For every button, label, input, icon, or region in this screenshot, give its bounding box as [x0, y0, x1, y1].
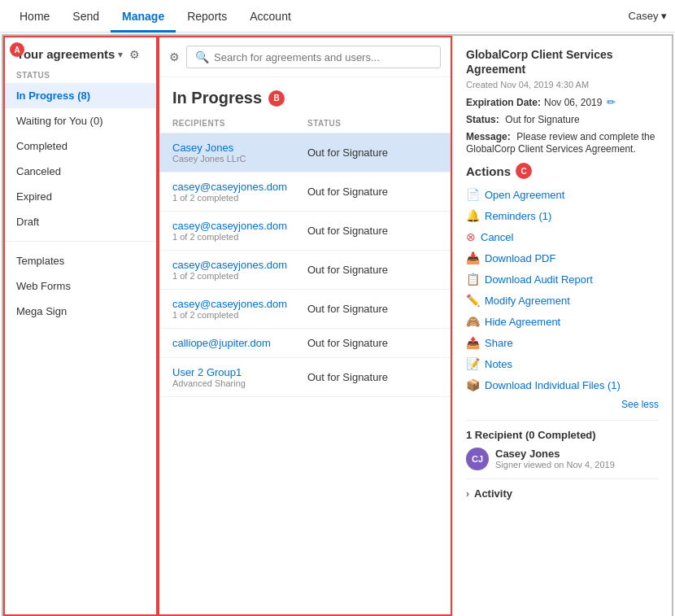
row-sub: Casey Jones LLrC: [172, 154, 307, 164]
row-status: Out for Signature: [307, 303, 438, 315]
row-name: User 2 Group1: [172, 366, 307, 378]
list-row[interactable]: casey@caseyjones.dom 1 of 2 completed Ou…: [159, 251, 451, 290]
created-date: Created Nov 04, 2019 4:30 AM: [466, 80, 659, 90]
action-share[interactable]: 📤 Share: [466, 332, 659, 353]
recipients-section: 1 Recipient (0 Completed) CJ Casey Jones…: [466, 420, 659, 470]
row-status: Out for Signature: [307, 225, 438, 237]
download-audit-icon: 📋: [466, 273, 480, 286]
activity-label: Activity: [474, 487, 512, 500]
row-sub: 1 of 2 completed: [172, 310, 307, 320]
cancel-icon: ⊗: [466, 230, 476, 243]
sidebar-item-canceled[interactable]: Canceled: [5, 159, 156, 184]
row-status: Out for Signature: [307, 337, 438, 349]
recipients-header: 1 Recipient (0 Completed): [466, 429, 659, 441]
row-status: Out for Signature: [307, 371, 438, 383]
status-label: Status:: [466, 114, 499, 125]
nav-manage[interactable]: Manage: [111, 0, 176, 33]
activity-row[interactable]: › Activity: [466, 478, 659, 500]
sidebar-item-completed[interactable]: Completed: [5, 133, 156, 159]
recipient-avatar: CJ: [466, 448, 489, 470]
nav-home[interactable]: Home: [8, 0, 61, 33]
chevron-right-icon: ›: [466, 488, 469, 500]
row-sub: 1 of 2 completed: [172, 271, 307, 281]
action-open[interactable]: 📄 Open Agreement: [466, 184, 659, 205]
sidebar-item-in-progress[interactable]: In Progress (8): [5, 83, 156, 108]
row-sub: 1 of 2 completed: [172, 193, 307, 203]
col-recipients-header: RECIPIENTS: [172, 119, 307, 128]
action-download-audit[interactable]: 📋 Download Audit Report: [466, 269, 659, 290]
download-files-icon: 📦: [466, 378, 480, 391]
badge-a: A: [10, 42, 24, 57]
share-icon: 📤: [466, 336, 480, 349]
sidebar-item-draft[interactable]: Draft: [5, 209, 156, 234]
action-reminders[interactable]: 🔔 Reminders (1): [466, 205, 659, 226]
sidebar-item-templates[interactable]: Templates: [5, 248, 156, 273]
reminders-icon: 🔔: [466, 209, 480, 222]
see-less-link[interactable]: See less: [466, 399, 659, 410]
row-name: casey@caseyjones.dom: [172, 181, 307, 193]
download-pdf-icon: 📥: [466, 251, 480, 264]
list-row[interactable]: casey@caseyjones.dom 1 of 2 completed Ou…: [159, 173, 451, 212]
sidebar-item-mega-sign[interactable]: Mega Sign: [5, 299, 156, 324]
row-sub: 1 of 2 completed: [172, 232, 307, 242]
row-name: calliope@jupiter.dom: [172, 337, 307, 349]
action-download-pdf[interactable]: 📥 Download PDF: [466, 247, 659, 269]
status-value: Out for Signature: [505, 114, 579, 125]
sidebar: Your agreements ▾ ⚙ A STATUS In Progress…: [3, 36, 158, 616]
nav-reports[interactable]: Reports: [176, 0, 238, 33]
right-panel: GlobalCorp Client Services Agreement Cre…: [452, 36, 672, 616]
list-row[interactable]: calliope@jupiter.dom Out for Signature: [159, 329, 451, 358]
filter-icon[interactable]: ⚙: [169, 50, 180, 63]
list-row[interactable]: casey@caseyjones.dom 1 of 2 completed Ou…: [159, 290, 451, 329]
recipient-sub: Signer viewed on Nov 4, 2019: [495, 460, 615, 470]
row-sub: Advanced Sharing: [172, 378, 307, 388]
user-menu[interactable]: Casey ▾: [629, 10, 667, 22]
open-agreement-icon: 📄: [466, 188, 480, 201]
row-status: Out for Signature: [307, 186, 438, 198]
list-title: In Progress: [172, 89, 262, 107]
expiration-label: Expiration Date:: [466, 97, 541, 108]
list-row[interactable]: User 2 Group1 Advanced Sharing Out for S…: [159, 358, 451, 397]
modify-icon: ✏️: [466, 294, 480, 307]
row-name: casey@caseyjones.dom: [172, 298, 307, 310]
action-modify[interactable]: ✏️ Modify Agreement: [466, 290, 659, 311]
middle-panel: ⚙ 🔍 In Progress B RECIPIENTS STATUS Case…: [158, 36, 452, 616]
list-row[interactable]: Casey Jones Casey Jones LLrC Out for Sig…: [159, 133, 451, 173]
notes-icon: 📝: [466, 357, 480, 370]
filter-icon[interactable]: ⚙: [129, 48, 140, 61]
edit-icon[interactable]: ✏: [607, 96, 616, 108]
sidebar-item-expired[interactable]: Expired: [5, 184, 156, 209]
status-section-label: STATUS: [5, 68, 156, 83]
message-label: Message:: [466, 131, 511, 142]
chevron-down-icon[interactable]: ▾: [118, 49, 123, 60]
agreement-title: GlobalCorp Client Services Agreement: [466, 47, 659, 76]
actions-header: Actions: [466, 164, 511, 178]
recipient-name: Casey Jones: [495, 448, 615, 460]
row-name: Casey Jones: [172, 142, 307, 154]
col-status-header: STATUS: [307, 119, 438, 128]
badge-b: B: [268, 90, 285, 107]
row-status: Out for Signature: [307, 146, 438, 159]
sidebar-item-web-forms[interactable]: Web Forms: [5, 273, 156, 299]
row-name: casey@caseyjones.dom: [172, 220, 307, 232]
sidebar-item-waiting[interactable]: Waiting for You (0): [5, 108, 156, 133]
action-download-files[interactable]: 📦 Download Individual Files (1): [466, 374, 659, 395]
row-name: casey@caseyjones.dom: [172, 259, 307, 271]
nav-account[interactable]: Account: [238, 0, 303, 33]
sidebar-header-title: Your agreements: [16, 47, 115, 61]
list-body: Casey Jones Casey Jones LLrC Out for Sig…: [159, 133, 451, 614]
list-row[interactable]: casey@caseyjones.dom 1 of 2 completed Ou…: [159, 212, 451, 251]
action-notes[interactable]: 📝 Notes: [466, 353, 659, 374]
expiration-value: Nov 06, 2019: [544, 97, 602, 108]
hide-icon: 🙈: [466, 315, 480, 328]
search-icon: 🔍: [195, 50, 209, 63]
row-status: Out for Signature: [307, 264, 438, 276]
search-input[interactable]: [214, 51, 432, 63]
nav-send[interactable]: Send: [61, 0, 111, 33]
action-cancel[interactable]: ⊗ Cancel: [466, 226, 659, 247]
badge-c: C: [516, 163, 532, 179]
action-hide[interactable]: 🙈 Hide Agreement: [466, 311, 659, 332]
